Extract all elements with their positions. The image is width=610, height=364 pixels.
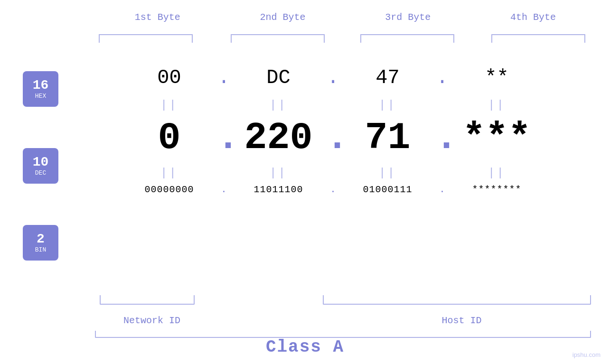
bin-b3: 01000111 [340, 184, 435, 195]
hex-dot-1: . [217, 66, 231, 89]
dec-dot-1: . [217, 119, 231, 157]
top-bracket-3 [360, 34, 454, 43]
hex-b4: ** [450, 66, 544, 89]
dec-dot-3: . [435, 119, 450, 157]
eq1-b1: || [122, 99, 217, 112]
eq-row-1: || || || || [70, 99, 596, 112]
bin-dot-2: . [326, 184, 340, 195]
column-headers: 1st Byte 2nd Byte 3rd Byte 4th Byte [95, 12, 596, 23]
bin-dot-1: . [217, 184, 231, 195]
dec-b1: 0 [122, 116, 217, 159]
hex-badge-label: HEX [35, 93, 46, 100]
full-bracket [95, 331, 591, 338]
dec-dot-2: . [326, 119, 340, 157]
eq2-b3: || [340, 167, 435, 179]
class-label: Class A [0, 337, 610, 357]
eq1-b2: || [231, 99, 326, 112]
hex-dot-2: . [326, 66, 340, 89]
hex-badge: 16 HEX [23, 71, 58, 107]
dec-row: 0 . 220 . 71 . *** [70, 116, 596, 159]
col-header-4: 4th Byte [474, 12, 592, 23]
id-labels: Network ID Host ID [95, 315, 591, 326]
eq1-b3: || [340, 99, 435, 112]
bin-badge-label: BIN [35, 246, 46, 253]
dec-badge-num: 10 [33, 155, 49, 170]
hex-dot-3: . [435, 66, 450, 89]
eq2-b4: || [450, 167, 544, 179]
host-bracket [323, 295, 591, 305]
bin-b1: 00000000 [122, 184, 217, 195]
eq-row-2: || || || || [70, 167, 596, 179]
top-bracket-4 [491, 34, 585, 43]
bin-b2: 11011100 [231, 184, 326, 195]
bin-dot-3: . [435, 184, 450, 195]
top-bracket-2 [231, 34, 325, 43]
col-header-2: 2nd Byte [224, 12, 342, 23]
hex-b3: 47 [340, 66, 435, 89]
main-container: 16 HEX 10 DEC 2 BIN 1st Byte 2nd Byte 3r… [0, 0, 610, 364]
network-id-label: Network ID [100, 315, 204, 326]
network-bracket [100, 295, 195, 305]
eq1-b4: || [450, 99, 544, 112]
dec-badge: 10 DEC [23, 148, 58, 184]
bin-badge-num: 2 [37, 232, 45, 247]
hex-row: 00 . DC . 47 . ** [70, 66, 596, 89]
watermark: ipshu.com [572, 351, 601, 358]
top-bracket-1 [99, 34, 193, 43]
col-header-3: 3rd Byte [348, 12, 467, 23]
bottom-brackets [95, 295, 591, 309]
eq2-b1: || [122, 167, 217, 179]
host-id-label: Host ID [332, 315, 591, 326]
top-brackets [95, 34, 591, 44]
full-bracket-wrap [95, 331, 591, 338]
dec-b2: 220 [231, 116, 326, 159]
eq2-b2: || [231, 167, 326, 179]
bin-badge: 2 BIN [23, 225, 58, 261]
bin-b4: ******** [450, 184, 544, 195]
dec-b4: *** [450, 116, 544, 159]
bin-row: 00000000 . 11011100 . 01000111 . *******… [70, 184, 596, 195]
hex-badge-num: 16 [33, 78, 49, 93]
dec-badge-label: DEC [35, 169, 46, 177]
data-rows: 00 . DC . 47 . ** || || || || 0 . 220 . … [70, 45, 596, 195]
hex-b2: DC [231, 66, 326, 89]
col-header-1: 1st Byte [98, 12, 217, 23]
hex-b1: 00 [122, 66, 217, 89]
dec-b3: 71 [340, 116, 435, 159]
